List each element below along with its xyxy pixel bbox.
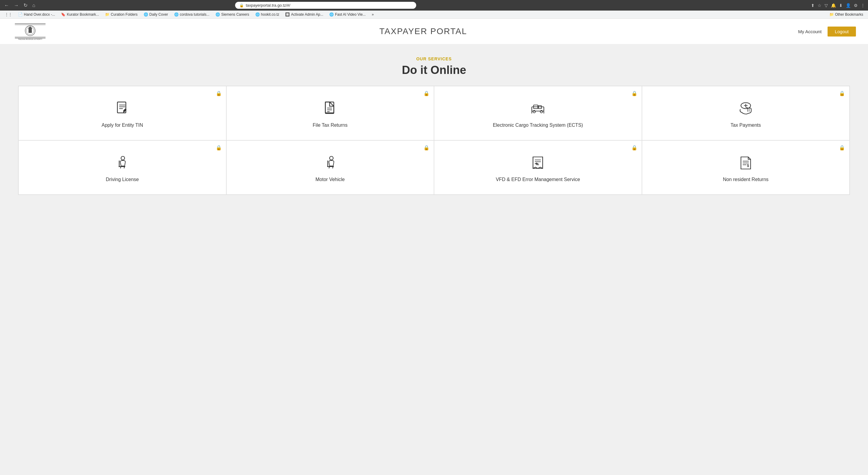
bookmark-more[interactable]: » — [369, 12, 376, 17]
forward-button[interactable]: → — [12, 2, 21, 9]
svg-point-29 — [121, 156, 125, 160]
bookmark-hookit[interactable]: 🌐 hookit.co.tz — [253, 12, 282, 17]
lock-icon: 🔒 — [216, 91, 222, 96]
more-options-icon[interactable]: ⋮ — [860, 2, 866, 8]
motor-vehicle-label: Motor Vehicle — [315, 176, 345, 183]
logo-area: TANZANIA REVENUE AUTHORITY — [12, 22, 48, 40]
bookmark-curation[interactable]: 📁 Curation Folders — [103, 12, 140, 17]
bookmark-cordova[interactable]: 🌐 cordova tutorials... — [172, 12, 212, 17]
tra-logo: TANZANIA REVENUE AUTHORITY — [12, 22, 48, 40]
notifications-icon[interactable]: 🔔 — [830, 2, 837, 8]
do-it-online-title: Do it Online — [18, 64, 850, 77]
extensions-icon[interactable]: ▽ — [824, 2, 829, 8]
refresh-button[interactable]: ↻ — [22, 2, 29, 9]
service-card-non-resident[interactable]: 🔒 $ Non resident Returns — [642, 140, 850, 195]
settings-icon[interactable]: ⚙ — [853, 2, 858, 8]
profile-icon[interactable]: 👤 — [845, 2, 851, 8]
service-card-tax-payments[interactable]: 🔒 Tax Payments — [642, 86, 850, 140]
bookmark-apps-icon[interactable]: ⋮⋮ — [2, 12, 14, 17]
lock-icon: 🔒 — [216, 145, 222, 151]
bookmark-activate-admin[interactable]: 🔲 Activate Admin Ap... — [283, 12, 326, 17]
ects-label: Electronic Cargo Tracking System (ECTS) — [493, 122, 583, 129]
bookmark-kurator[interactable]: 🔖 Kurator Bookmark... — [59, 12, 101, 17]
vfd-efd-label: VFD & EFD Error Management Service — [496, 176, 580, 183]
service-card-file-returns[interactable]: 🔒 File Tax Returns — [226, 86, 434, 140]
lock-icon: 🔒 — [424, 145, 430, 151]
bookmark-handover[interactable]: 📄 Hand Over.docx -... — [16, 12, 57, 17]
lock-icon: 🔒 — [424, 91, 430, 96]
main-content: OUR SERVICES Do it Online 🔒 Apply for En… — [0, 44, 868, 475]
service-card-vfd-efd[interactable]: 🔒 VFD & EFD Error Management Service — [434, 140, 642, 195]
service-card-entity-tin[interactable]: 🔒 Apply for Entity TIN — [19, 86, 226, 140]
services-grid: 🔒 Apply for Entity TIN 🔒 File Tax Ret — [18, 86, 850, 195]
tax-payments-label: Tax Payments — [731, 122, 761, 129]
vfd-efd-icon — [530, 155, 546, 171]
non-resident-label: Non resident Returns — [723, 176, 768, 183]
my-account-link[interactable]: My Account — [798, 29, 822, 34]
entity-tin-icon — [114, 101, 130, 117]
lock-icon: 🔒 — [839, 145, 845, 151]
home-button[interactable]: ⌂ — [30, 2, 37, 9]
lock-icon: 🔒 — [631, 91, 638, 96]
ects-icon — [530, 101, 546, 117]
bookmarks-bar: ⋮⋮ 📄 Hand Over.docx -... 🔖 Kurator Bookm… — [0, 10, 868, 19]
bookmark-fast-ai[interactable]: 🌐 Fast AI Video Vie... — [327, 12, 368, 17]
svg-text:$: $ — [747, 164, 749, 168]
non-resident-icon: $ — [738, 155, 754, 171]
url-text: taxpayerportal.tra.go.tz/#/ — [246, 3, 290, 7]
logout-button[interactable]: Logout — [828, 27, 856, 36]
services-header: OUR SERVICES Do it Online — [18, 57, 850, 77]
header-right: My Account Logout — [798, 27, 856, 36]
browser-toolbar-icons: ⬆ ☆ ▽ 🔔 ⬇ 👤 ⚙ ⋮ — [810, 2, 866, 8]
svg-point-34 — [330, 156, 333, 160]
driving-license-label: Driving License — [106, 176, 139, 183]
service-card-motor-vehicle[interactable]: 🔒 Motor Vehicle — [226, 140, 434, 195]
svg-rect-5 — [28, 30, 32, 33]
back-button[interactable]: ← — [2, 2, 11, 9]
file-returns-label: File Tax Returns — [313, 122, 347, 129]
lock-icon: 🔒 — [631, 145, 638, 151]
lock-secure-icon: 🔒 — [239, 3, 244, 7]
lock-icon: 🔒 — [839, 91, 845, 96]
entity-tin-label: Apply for Entity TIN — [101, 122, 143, 129]
download-icon[interactable]: ⬇ — [838, 2, 843, 8]
our-services-label: OUR SERVICES — [18, 57, 850, 61]
bookmark-star-icon[interactable]: ☆ — [817, 2, 822, 8]
browser-chrome: ← → ↻ ⌂ 🔒 taxpayerportal.tra.go.tz/#/ ⬆ … — [0, 0, 868, 10]
bookmark-daily-cover[interactable]: 🌐 Daily Cover — [141, 12, 170, 17]
share-icon[interactable]: ⬆ — [810, 2, 815, 8]
bookmark-siemens[interactable]: 🌐 Siemens Careers — [213, 12, 252, 17]
service-card-ects[interactable]: 🔒 Electronic Cargo Tracking System (ECTS… — [434, 86, 642, 140]
bookmark-other[interactable]: 📁 Other Bookmarks — [827, 12, 866, 17]
motor-vehicle-icon — [322, 155, 338, 171]
tax-payments-icon — [738, 101, 754, 117]
address-bar[interactable]: 🔒 taxpayerportal.tra.go.tz/#/ — [235, 2, 416, 9]
site-header: TANZANIA REVENUE AUTHORITY TAXPAYER PORT… — [0, 19, 868, 44]
driving-license-icon — [114, 155, 130, 171]
service-card-driving-license[interactable]: 🔒 Driving License — [19, 140, 226, 195]
svg-text:TANZANIA REVENUE AUTHORITY: TANZANIA REVENUE AUTHORITY — [18, 38, 42, 40]
portal-title: TAXPAYER PORTAL — [379, 27, 467, 36]
nav-buttons: ← → ↻ ⌂ — [2, 2, 37, 9]
apps-grid-icon: ⋮⋮ — [5, 12, 12, 17]
file-returns-icon — [322, 101, 338, 117]
